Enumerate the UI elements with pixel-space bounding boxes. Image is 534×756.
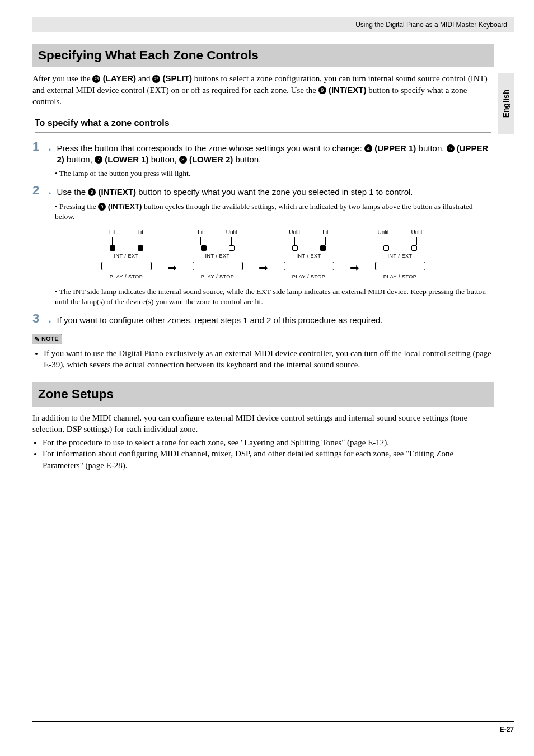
step-dot: . (48, 312, 51, 326)
t: button. (233, 155, 261, 164)
t: (SPLIT) (160, 73, 192, 83)
section1-intro: After you use the 28 (LAYER) and 29 (SPL… (32, 73, 494, 107)
t: button to specify what you want the zone… (136, 187, 413, 197)
diagram-state-1: Lit Lit INT / EXT PLAY / STOP (90, 228, 163, 280)
step-2: 2 . Use the 9 (INT/EXT) button to specif… (32, 184, 494, 198)
t: (LOWER 2) (187, 155, 233, 164)
lamp-label: Lit (138, 228, 144, 236)
led-icon (201, 245, 207, 251)
page-footer: E-27 (32, 721, 514, 734)
step-number: 3 (32, 312, 46, 326)
diagram-state-2: Lit Unlit INT / EXT PLAY / STOP (181, 228, 254, 280)
step-body: Use the 9 (INT/EXT) button to specify wh… (57, 184, 494, 198)
step-3: 3 . If you want to configure other zones… (32, 312, 494, 326)
btn-ref-4-icon: 4 (364, 144, 372, 152)
btn-ref-9-icon: 9 (98, 203, 106, 211)
diagram-state-3: Unlit Lit INT / EXT PLAY / STOP (273, 228, 345, 280)
lamp-label: Unlit (377, 228, 388, 236)
section-heading-zone-setups: Zone Setups (32, 382, 494, 406)
play-label: PLAY / STOP (292, 273, 326, 280)
t: button, (416, 143, 446, 153)
led-icon (383, 245, 389, 251)
t: (LAYER) (100, 73, 136, 83)
diagram-state-4: Unlit Unlit INT / EXT PLAY / STOP (364, 228, 437, 280)
t: (INT/EXT) (106, 202, 142, 211)
lamp-label: Unlit (289, 228, 300, 236)
pencil-icon: ✎ (34, 335, 40, 344)
page-content: Specifying What Each Zone Controls After… (32, 44, 494, 471)
play-label: PLAY / STOP (110, 273, 143, 280)
header-bar: Using the Digital Piano as a MIDI Master… (32, 17, 514, 32)
step2-bullet2: • The INT side lamp indicates the intern… (55, 287, 494, 307)
arrow-icon: ➡ (167, 235, 177, 273)
lamp-label: Lit (109, 228, 115, 236)
sub-heading-specify: To specify what a zone controls (35, 117, 491, 133)
t: button, (64, 155, 95, 164)
step-number: 2 (32, 184, 46, 198)
t: (LOWER 1) (102, 155, 149, 164)
intext-label: INT / EXT (297, 253, 321, 259)
lamp-label: Unlit (411, 228, 423, 236)
diagram-row: Lit Lit INT / EXT PLAY / STOP ➡ Lit Unli… (90, 228, 437, 280)
note-list: If you want to use the Digital Piano exc… (44, 348, 494, 371)
led-icon (110, 245, 115, 251)
t: The lamp of the button you press will li… (59, 169, 190, 178)
lamp-diagram: Lit Lit INT / EXT PLAY / STOP ➡ Lit Unli… (32, 228, 494, 280)
zone-setup-list: For the procedure to use to select a ton… (43, 437, 494, 471)
lamp-label: Unlit (226, 228, 237, 236)
step-dot: . (48, 141, 51, 166)
t: button, (149, 155, 179, 164)
btn-ref-29-icon: 29 (152, 75, 160, 83)
step2-bullet1: • Pressing the 9 (INT/EXT) button cycles… (55, 202, 494, 222)
t: After you use the (32, 74, 92, 83)
btn-ref-7-icon: 7 (95, 156, 102, 164)
step-body: If you want to configure other zones, re… (57, 312, 494, 326)
led-icon (138, 245, 143, 251)
btn-ref-9-icon: 9 (318, 86, 326, 94)
led-icon (320, 245, 326, 251)
section-heading-specifying: Specifying What Each Zone Controls (32, 44, 494, 67)
lamp-label: Lit (322, 228, 329, 236)
language-tab: English (498, 73, 514, 134)
section2-intro: In addition to the MIDI channel, you can… (32, 412, 494, 435)
language-label: English (502, 90, 510, 118)
list-item: For the procedure to use to select a ton… (43, 437, 494, 448)
t: (UPPER 1) (372, 143, 416, 153)
t: (INT/EXT) (96, 187, 136, 197)
arrow-icon: ➡ (350, 235, 359, 273)
led-icon (411, 245, 417, 251)
button-outline (193, 262, 243, 270)
t: and (136, 74, 152, 83)
step-body: Press the button that corresponds to the… (57, 141, 494, 166)
note-badge: ✎ NOTE (32, 334, 62, 344)
btn-ref-8-icon: 8 (179, 156, 187, 164)
btn-ref-28-icon: 28 (92, 75, 100, 83)
arrow-icon: ➡ (259, 235, 268, 273)
t: (INT/EXT) (326, 85, 367, 95)
step-1: 1 . Press the button that corresponds to… (32, 141, 494, 166)
t: Pressing the (59, 202, 98, 211)
intext-label: INT / EXT (388, 253, 413, 259)
note-item: If you want to use the Digital Piano exc… (44, 348, 494, 371)
step1-bullet: • The lamp of the button you press will … (55, 169, 494, 179)
button-outline (284, 262, 334, 270)
play-label: PLAY / STOP (201, 273, 235, 280)
breadcrumb: Using the Digital Piano as a MIDI Master… (355, 21, 507, 29)
note-label: NOTE (41, 335, 59, 343)
play-label: PLAY / STOP (383, 273, 417, 280)
btn-ref-5-icon: 5 (447, 144, 455, 152)
page-number: E-27 (500, 726, 514, 734)
t: The INT side lamp indicates the internal… (55, 287, 486, 306)
button-outline (101, 262, 152, 270)
step-dot: . (48, 184, 51, 198)
btn-ref-9-icon: 9 (88, 188, 96, 196)
lamp-label: Lit (198, 228, 204, 236)
step-number: 1 (32, 141, 46, 166)
t: Press the button that corresponds to the… (57, 143, 365, 153)
led-icon (229, 245, 235, 251)
button-outline (375, 262, 425, 270)
intext-label: INT / EXT (114, 253, 139, 259)
intext-label: INT / EXT (205, 253, 230, 259)
list-item: For information about configuring MIDI c… (43, 448, 494, 471)
t: Use the (57, 187, 88, 197)
